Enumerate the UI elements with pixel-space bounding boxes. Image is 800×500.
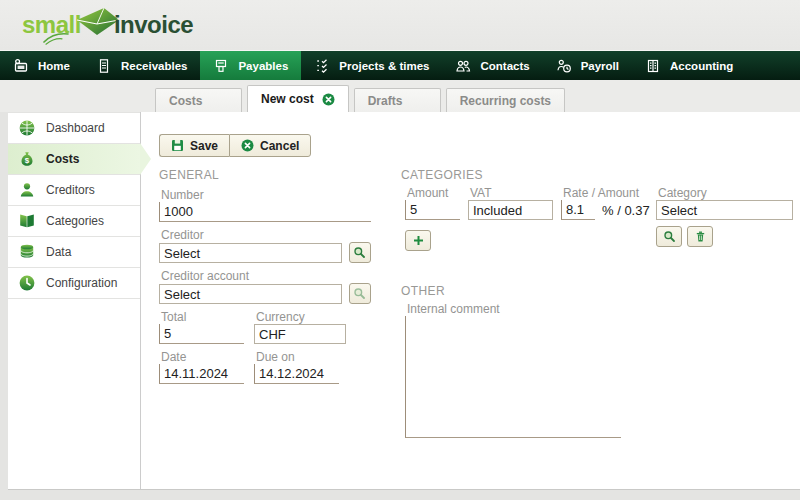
money-bag-icon: $ [18,150,36,168]
creditor-account-field-group: Creditor account [159,269,371,304]
sidebar: Dashboard $ Costs Creditors Categories [8,112,140,489]
creditor-account-label: Creditor account [159,269,371,283]
payables-icon [213,58,229,74]
search-icon [663,230,676,243]
vat-label: VAT [468,186,553,200]
app-header: small invoice [0,0,800,50]
search-icon [353,287,366,300]
rate-field-group: Rate / Amount % / 0.37 [561,186,653,220]
page: { "app": { "logo_part1": "small", "logo_… [0,0,800,500]
tab-new-cost[interactable]: New cost [247,85,349,112]
sidebar-item-dashboard[interactable]: Dashboard [8,113,140,144]
home-icon [13,58,29,74]
content-area: Dashboard $ Costs Creditors Categories [8,112,800,490]
category-delete-button[interactable] [687,226,713,247]
due-on-input[interactable] [254,364,339,384]
add-category-row-button[interactable] [405,230,431,251]
date-field-group: Date [159,350,244,384]
date-due-row: Date Due on [159,350,371,384]
total-field-group: Total [159,310,244,344]
main-nav: Home Receivables Payables Projects & tim… [0,50,800,80]
globe-icon [18,119,36,137]
toolbar: Save Cancel [159,134,311,157]
category-search-button[interactable] [656,226,682,247]
currency-input[interactable] [254,324,346,344]
category-field-group: Category [656,186,793,220]
amount-input[interactable] [405,200,460,220]
sidebar-item-data[interactable]: Data [8,237,140,268]
book-icon [18,212,36,230]
svg-text:$: $ [25,156,30,165]
creditor-search-button[interactable] [349,242,372,263]
tab-recurring-costs[interactable]: Recurring costs [446,88,565,112]
amount-label: Amount [405,186,460,200]
nav-item-receivables[interactable]: Receivables [83,51,201,80]
creditor-select-input[interactable] [159,243,342,263]
amount-field-group: Amount [405,186,460,220]
cancel-button[interactable]: Cancel [229,134,311,157]
nav-item-contacts[interactable]: Contacts [442,51,542,80]
logo-text-invoice: invoice [114,11,193,39]
date-input[interactable] [159,364,244,384]
total-label: Total [159,310,244,324]
number-label: Number [159,188,371,202]
number-field-group: Number [159,188,371,222]
plus-icon [413,235,424,246]
internal-comment-field-group: Internal comment [405,302,621,438]
sidebar-item-creditors[interactable]: Creditors [8,175,140,206]
other-heading: OTHER [401,284,445,298]
database-icon [18,243,36,261]
sidebar-item-configuration[interactable]: Configuration [8,268,140,299]
category-label: Category [656,186,793,200]
creditor-label: Creditor [159,228,371,242]
person-icon [18,181,36,199]
number-input[interactable] [159,202,371,222]
nav-item-accounting[interactable]: Accounting [632,51,746,80]
general-section: GENERAL Number Creditor [159,168,371,390]
rate-suffix: % / 0.37 [602,203,650,218]
total-currency-row: Total Currency [159,310,371,344]
internal-comment-textarea[interactable] [405,316,621,438]
checklist-icon [314,58,330,74]
categories-heading: CATEGORIES [401,168,793,182]
main-panel: Save Cancel GENERAL Number Creditor [141,112,800,489]
tab-costs[interactable]: Costs [155,88,242,112]
date-label: Date [159,350,244,364]
ledger-icon [645,58,661,74]
internal-comment-label: Internal comment [405,302,621,316]
tab-strip: Costs New cost Drafts Recurring costs [0,80,800,112]
currency-field-group: Currency [254,310,346,344]
search-icon [353,246,366,259]
rate-label: Rate / Amount [561,186,653,200]
sidebar-item-categories[interactable]: Categories [8,206,140,237]
nav-item-home[interactable]: Home [0,51,83,80]
creditor-field-group: Creditor [159,228,371,263]
nav-item-projects-times[interactable]: Projects & times [301,51,442,80]
creditor-account-search-button[interactable] [349,283,372,304]
total-input[interactable] [159,324,244,344]
right-column: CATEGORIES Amount VAT Rate / Amount % / … [401,168,793,489]
person-clock-icon [556,58,572,74]
general-heading: GENERAL [159,168,371,182]
nav-item-payables[interactable]: Payables [200,51,301,80]
creditor-account-select-input[interactable] [159,284,342,304]
vat-field-group: VAT [468,186,553,220]
categories-row: Amount VAT Rate / Amount % / 0.37 Catego… [401,186,793,266]
rate-input[interactable] [561,200,595,220]
trash-icon [694,230,707,243]
cancel-icon [241,139,254,152]
save-button[interactable]: Save [159,134,229,157]
people-icon [455,58,471,74]
save-icon [171,139,184,152]
nav-item-payroll[interactable]: Payroll [543,51,632,80]
tab-drafts[interactable]: Drafts [354,88,441,112]
close-tab-icon[interactable] [322,93,335,106]
due-on-label: Due on [254,350,339,364]
currency-label: Currency [254,310,346,324]
category-select-input[interactable] [656,200,793,220]
sidebar-item-costs[interactable]: $ Costs [8,144,140,175]
vat-input[interactable] [468,200,553,220]
category-buttons [656,226,713,247]
due-on-field-group: Due on [254,350,339,384]
document-icon [96,58,112,74]
